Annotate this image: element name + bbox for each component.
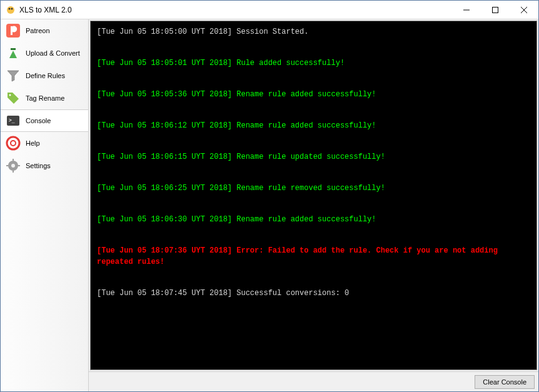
log-line: [Tue Jun 05 18:06:30 UYT 2018] Rename ru… bbox=[97, 214, 530, 225]
log-timestamp: [Tue Jun 05 18:05:36 UYT 2018] bbox=[97, 90, 236, 99]
svg-rect-19 bbox=[18, 165, 20, 166]
log-message: Successful conversions: 0 bbox=[236, 289, 349, 298]
log-message: Rename rule updated successfully! bbox=[236, 153, 385, 161]
svg-point-9 bbox=[9, 94, 11, 96]
log-timestamp: [Tue Jun 05 18:06:12 UYT 2018] bbox=[97, 121, 236, 130]
window-title: XLS to XML 2.0 bbox=[19, 6, 452, 14]
svg-rect-16 bbox=[13, 159, 14, 161]
sidebar-item-label: Upload & Convert bbox=[26, 49, 80, 57]
app-icon bbox=[6, 5, 16, 15]
main-panel: [Tue Jun 05 18:05:00 UYT 2018] Session S… bbox=[89, 19, 538, 391]
sidebar-item-console[interactable]: >_ Console bbox=[1, 109, 88, 132]
sidebar-item-label: Settings bbox=[26, 162, 51, 169]
sidebar-item-upload-convert[interactable]: Upload & Convert bbox=[1, 42, 88, 64]
log-line: [Tue Jun 05 18:05:00 UYT 2018] Session S… bbox=[97, 26, 530, 38]
sidebar-item-label: Patreon bbox=[26, 27, 50, 34]
console-output[interactable]: [Tue Jun 05 18:05:00 UYT 2018] Session S… bbox=[90, 21, 537, 370]
log-message: Rule added successfully! bbox=[236, 59, 345, 68]
sidebar-item-settings[interactable]: Settings bbox=[1, 154, 88, 177]
close-button[interactable] bbox=[510, 1, 538, 19]
sidebar-item-help[interactable]: Help bbox=[1, 132, 88, 154]
svg-point-0 bbox=[7, 6, 14, 14]
svg-rect-17 bbox=[13, 170, 14, 173]
funnel-icon bbox=[6, 68, 21, 83]
log-message: Session Started. bbox=[236, 28, 308, 36]
log-line: [Tue Jun 05 18:06:25 UYT 2018] Rename ru… bbox=[97, 183, 530, 194]
sidebar-item-label: Help bbox=[26, 139, 40, 147]
console-icon: >_ bbox=[6, 113, 21, 128]
log-line: [Tue Jun 05 18:05:36 UYT 2018] Rename ru… bbox=[97, 89, 530, 100]
svg-point-1 bbox=[9, 8, 11, 9]
log-line: [Tue Jun 05 18:05:01 UYT 2018] Rule adde… bbox=[97, 58, 530, 69]
svg-text:>_: >_ bbox=[9, 118, 15, 123]
tag-icon bbox=[6, 91, 21, 106]
log-message: Rename rule removed successfully! bbox=[236, 184, 385, 193]
log-timestamp: [Tue Jun 05 18:07:45 UYT 2018] bbox=[97, 289, 236, 298]
log-timestamp: [Tue Jun 05 18:06:25 UYT 2018] bbox=[97, 184, 236, 193]
sidebar-item-patreon[interactable]: Patreon bbox=[1, 19, 88, 42]
log-timestamp: [Tue Jun 05 18:07:36 UYT 2018] bbox=[97, 246, 236, 255]
gear-icon bbox=[6, 158, 21, 173]
sidebar-item-define-rules[interactable]: Define Rules bbox=[1, 64, 88, 87]
svg-point-15 bbox=[11, 164, 15, 168]
titlebar: XLS to XML 2.0 bbox=[1, 1, 538, 19]
patreon-icon bbox=[6, 23, 21, 38]
sidebar-item-tag-rename[interactable]: Tag Rename bbox=[1, 87, 88, 109]
log-line: [Tue Jun 05 18:07:36 UYT 2018] Error: Fa… bbox=[97, 245, 530, 268]
log-line: [Tue Jun 05 18:06:15 UYT 2018] Rename ru… bbox=[97, 151, 530, 163]
sidebar-item-label: Console bbox=[26, 117, 51, 124]
svg-rect-18 bbox=[6, 165, 9, 166]
window-controls bbox=[452, 1, 538, 19]
log-message: Rename rule added successfully! bbox=[236, 90, 376, 99]
log-timestamp: [Tue Jun 05 18:06:30 UYT 2018] bbox=[97, 215, 236, 224]
help-icon bbox=[6, 136, 21, 151]
upload-icon bbox=[6, 46, 21, 61]
minimize-button[interactable] bbox=[452, 1, 481, 19]
maximize-button[interactable] bbox=[481, 1, 510, 19]
svg-point-13 bbox=[11, 141, 16, 146]
log-timestamp: [Tue Jun 05 18:05:00 UYT 2018] bbox=[97, 28, 236, 36]
svg-point-2 bbox=[11, 8, 13, 9]
log-line: [Tue Jun 05 18:06:12 UYT 2018] Rename ru… bbox=[97, 120, 530, 131]
log-message: Rename rule added successfully! bbox=[236, 215, 376, 224]
log-timestamp: [Tue Jun 05 18:05:01 UYT 2018] bbox=[97, 59, 236, 68]
sidebar: Patreon Upload & Convert Define Rules Ta… bbox=[1, 19, 89, 391]
svg-rect-4 bbox=[493, 7, 498, 13]
log-message: Rename rule added successfully! bbox=[236, 121, 376, 130]
clear-console-button[interactable]: Clear Console bbox=[475, 375, 535, 389]
sidebar-item-label: Define Rules bbox=[26, 72, 65, 79]
footer: Clear Console bbox=[89, 371, 538, 391]
sidebar-item-label: Tag Rename bbox=[26, 94, 64, 102]
svg-rect-8 bbox=[11, 48, 16, 50]
log-timestamp: [Tue Jun 05 18:06:15 UYT 2018] bbox=[97, 153, 236, 161]
log-line: [Tue Jun 05 18:07:45 UYT 2018] Successfu… bbox=[97, 288, 530, 299]
